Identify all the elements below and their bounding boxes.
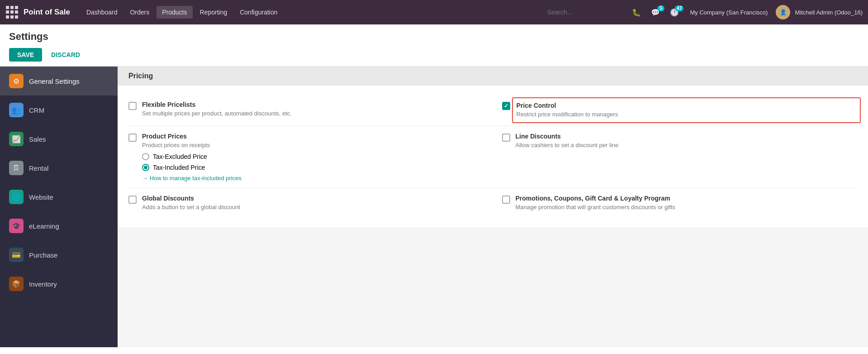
sidebar-label-general-settings: General Settings <box>29 77 80 85</box>
pricing-settings: Flexible Pricelists Set multiple prices … <box>118 86 868 227</box>
search-input[interactable] <box>492 9 627 16</box>
promotions-desc: Manage promotion that will grant custome… <box>516 203 858 211</box>
nav-configuration[interactable]: Configuration <box>234 6 283 19</box>
nav-reporting[interactable]: Reporting <box>194 6 233 19</box>
flexible-pricelists-title: Flexible Pricelists <box>142 101 484 108</box>
tax-excluded-label: Tax-Excluded Price <box>153 153 207 160</box>
sidebar-item-sales[interactable]: 📈 Sales <box>0 124 118 153</box>
flexible-pricelists-desc: Set multiple prices per product, automat… <box>142 110 484 118</box>
general-settings-icon: ⚙ <box>9 74 24 88</box>
price-control-text: Price Control Restrict price modificatio… <box>512 97 861 123</box>
discard-button[interactable]: DISCARD <box>46 48 85 62</box>
elearning-icon: 🎓 <box>9 219 24 233</box>
product-prices-text: Product Prices Product prices on receipt… <box>142 133 484 182</box>
flexible-pricelists-text: Flexible Pricelists Set multiple prices … <box>142 101 484 118</box>
sidebar-item-rental[interactable]: 🗓 Rental <box>0 153 118 182</box>
product-prices-checkbox[interactable] <box>128 134 137 142</box>
clock-badge: 47 <box>675 5 683 11</box>
rental-icon: 🗓 <box>9 161 24 175</box>
settings-row-1: Flexible Pricelists Set multiple prices … <box>128 95 857 126</box>
tax-included-label: Tax-Included Price <box>153 164 205 171</box>
promotions-title: Promotions, Coupons, Gift Card & Loyalty… <box>516 195 858 202</box>
global-discounts-item: Global Discounts Adds a button to set a … <box>128 195 484 211</box>
sidebar-item-website[interactable]: 🌐 Website <box>0 182 118 211</box>
sidebar-item-purchase[interactable]: 💳 Purchase <box>0 240 118 269</box>
sidebar-label-elearning: eLearning <box>29 222 59 230</box>
website-icon: 🌐 <box>9 190 24 204</box>
inventory-icon: 📦 <box>9 277 24 291</box>
nav-products[interactable]: Products <box>157 6 192 19</box>
promotions-text: Promotions, Coupons, Gift Card & Loyalty… <box>516 195 858 211</box>
sidebar-label-website: Website <box>29 193 53 201</box>
global-discounts-desc: Adds a button to set a global discount <box>142 203 484 211</box>
company-name: My Company (San Francisco) <box>690 9 768 16</box>
avatar[interactable]: 👤 <box>776 5 790 19</box>
tax-excluded-radio[interactable] <box>142 153 149 160</box>
sidebar-item-inventory[interactable]: 📦 Inventory <box>0 269 118 298</box>
nav-dashboard[interactable]: Dashboard <box>81 6 123 19</box>
sidebar: ⚙ General Settings 👥 CRM 📈 Sales 🗓 Renta… <box>0 67 118 347</box>
page-title: Settings <box>9 31 859 43</box>
nav-icons: 🐛 💬 5 🕐 47 My Company (San Francisco) 👤 … <box>629 5 863 19</box>
app-brand: Point of Sale <box>24 8 70 17</box>
crm-icon: 👥 <box>9 103 24 117</box>
price-control-desc: Restrict price modification to managers <box>517 110 857 119</box>
global-discounts-text: Global Discounts Adds a button to set a … <box>142 195 484 211</box>
line-discounts-desc: Allow cashiers to set a discount per lin… <box>516 141 858 149</box>
action-buttons: SAVE DISCARD <box>9 48 859 62</box>
app-grid-icon[interactable] <box>5 5 19 19</box>
sidebar-label-rental: Rental <box>29 164 48 172</box>
product-prices-desc: Product prices on receipts <box>142 141 484 149</box>
sidebar-label-sales: Sales <box>29 135 46 143</box>
settings-header: Settings SAVE DISCARD <box>0 24 868 67</box>
global-discounts-title: Global Discounts <box>142 195 484 202</box>
top-navigation: Point of Sale Dashboard Orders Products … <box>0 0 868 24</box>
settings-row-2: Product Prices Product prices on receipt… <box>128 126 857 188</box>
flexible-pricelists-checkbox[interactable] <box>128 102 137 110</box>
sidebar-label-inventory: Inventory <box>29 280 57 288</box>
purchase-icon: 💳 <box>9 248 24 262</box>
tax-link[interactable]: How to manage tax-included prices <box>142 175 242 182</box>
global-discounts-checkbox[interactable] <box>128 196 137 204</box>
price-control-checkbox[interactable] <box>502 102 510 110</box>
settings-content: Pricing Flexible Pricelists Set multiple… <box>118 67 868 347</box>
pricing-section-header: Pricing <box>118 67 868 86</box>
line-discounts-item: Line Discounts Allow cashiers to set a d… <box>502 133 858 149</box>
tax-excluded-option[interactable]: Tax-Excluded Price <box>142 153 484 160</box>
product-prices-item: Product Prices Product prices on receipt… <box>128 133 484 182</box>
line-discounts-title: Line Discounts <box>516 133 858 140</box>
nav-orders[interactable]: Orders <box>124 6 155 19</box>
sidebar-label-crm: CRM <box>29 106 44 114</box>
bug-icon[interactable]: 🐛 <box>629 6 644 19</box>
line-discounts-checkbox[interactable] <box>502 134 510 142</box>
save-button[interactable]: SAVE <box>9 48 42 62</box>
sales-icon: 📈 <box>9 132 24 146</box>
promotions-item: Promotions, Coupons, Gift Card & Loyalty… <box>502 195 858 211</box>
messages-icon[interactable]: 💬 5 <box>648 6 663 19</box>
messages-badge: 5 <box>657 5 664 11</box>
clock-icon[interactable]: 🕐 47 <box>667 6 682 19</box>
product-prices-title: Product Prices <box>142 133 484 140</box>
sidebar-item-elearning[interactable]: 🎓 eLearning <box>0 211 118 240</box>
flexible-pricelists-item: Flexible Pricelists Set multiple prices … <box>128 101 484 118</box>
price-control-title: Price Control <box>517 102 857 109</box>
price-control-item: Price Control Restrict price modificatio… <box>502 101 858 120</box>
line-discounts-text: Line Discounts Allow cashiers to set a d… <box>516 133 858 149</box>
sidebar-label-purchase: Purchase <box>29 251 57 259</box>
promotions-checkbox[interactable] <box>502 196 510 204</box>
main-layout: ⚙ General Settings 👥 CRM 📈 Sales 🗓 Renta… <box>0 67 868 347</box>
tax-included-radio[interactable] <box>142 164 149 171</box>
tax-radio-group: Tax-Excluded Price Tax-Included Price <box>142 153 484 171</box>
sidebar-item-general-settings[interactable]: ⚙ General Settings <box>0 67 118 96</box>
settings-row-3: Global Discounts Adds a button to set a … <box>128 188 857 218</box>
user-name: Mitchell Admin (Odoo_16) <box>795 9 863 16</box>
tax-included-option[interactable]: Tax-Included Price <box>142 164 484 171</box>
sidebar-item-crm[interactable]: 👥 CRM <box>0 96 118 124</box>
